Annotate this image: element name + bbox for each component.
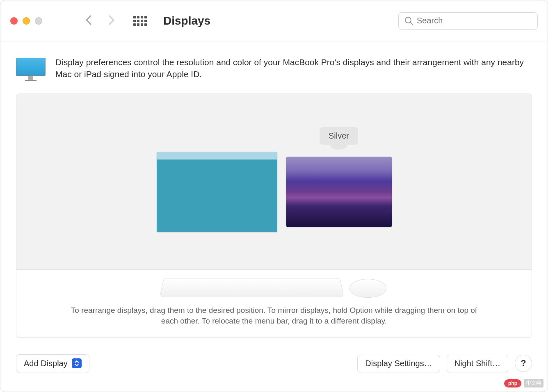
hint-panel: To rearrange displays, drag them to the … <box>16 270 532 338</box>
page-title: Displays <box>163 14 390 27</box>
menu-bar-indicator[interactable] <box>157 152 277 160</box>
display-settings-button[interactable]: Display Settings… <box>357 355 440 372</box>
search-input[interactable] <box>417 16 532 25</box>
close-window-button[interactable] <box>10 17 18 25</box>
help-button[interactable]: ? <box>515 355 532 372</box>
display-settings-label: Display Settings… <box>365 359 432 368</box>
night-shift-label: Night Shift… <box>454 359 500 368</box>
mouse-icon <box>349 279 386 298</box>
intro-text: Display preferences control the resoluti… <box>55 56 532 80</box>
toolbar: Displays <box>0 0 548 41</box>
chevron-right-icon <box>108 14 115 26</box>
zoom-window-button[interactable] <box>35 17 42 25</box>
display-preview-secondary[interactable] <box>286 157 392 227</box>
night-shift-button[interactable]: Night Shift… <box>447 355 508 372</box>
back-button[interactable] <box>83 13 94 29</box>
add-display-button[interactable]: Add Display <box>16 354 89 372</box>
watermark: php 中文网 <box>504 379 543 387</box>
display-icon <box>16 58 46 81</box>
display-name-tooltip: Silver <box>320 127 358 145</box>
intro-section: Display preferences control the resoluti… <box>16 56 532 81</box>
show-all-prefs-button[interactable] <box>133 16 147 26</box>
chevron-left-icon <box>85 14 92 26</box>
display-preview-primary[interactable] <box>157 152 277 232</box>
search-box[interactable] <box>398 12 538 30</box>
hint-text: To rearrange displays, drag them to the … <box>69 305 479 326</box>
dropdown-icon <box>72 358 82 368</box>
forward-button[interactable] <box>106 13 117 29</box>
keyboard-icon <box>160 278 345 297</box>
display-preview-secondary-wrapper: Silver <box>286 157 392 227</box>
search-icon <box>404 16 413 25</box>
peripherals-illustration <box>25 277 523 298</box>
tooltip-label: Silver <box>329 131 349 140</box>
content-area: Display preferences control the resoluti… <box>0 41 548 346</box>
window-controls <box>10 17 42 25</box>
nav-buttons <box>83 13 117 29</box>
watermark-badge: php <box>504 379 521 387</box>
arrangement-panel: Silver <box>16 93 532 270</box>
svg-line-1 <box>411 22 413 25</box>
minimize-window-button[interactable] <box>23 17 30 25</box>
footer-buttons: Add Display Display Settings… Night Shif… <box>0 346 548 385</box>
add-display-label: Add Display <box>24 359 68 368</box>
help-label: ? <box>521 358 526 369</box>
watermark-text: 中文网 <box>524 379 543 387</box>
